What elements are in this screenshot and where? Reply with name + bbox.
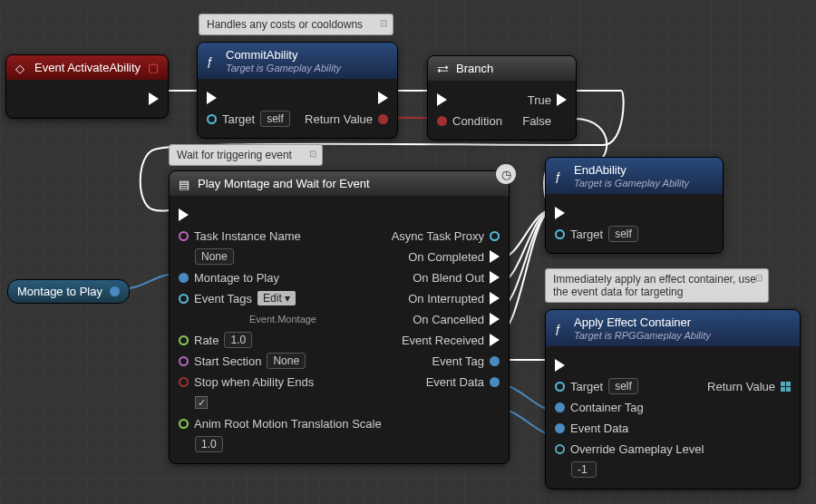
task-name-input[interactable]: None — [195, 248, 234, 265]
end-ability-node[interactable]: ƒ EndAbilityTarget is Gameplay Ability T… — [545, 157, 724, 254]
event-activate-ability-node[interactable]: ◇ Event ActivateAbility ▢ — [5, 54, 169, 119]
event-tags-dropdown[interactable]: Edit ▾ — [257, 291, 296, 305]
async-icon: ▤ — [179, 178, 191, 190]
on-completed-pin[interactable] — [490, 250, 500, 263]
anim-scale-input[interactable]: 1.0 — [195, 436, 223, 452]
node-header: ⮂Branch — [428, 56, 576, 81]
return-value-pin[interactable] — [781, 382, 791, 392]
event-data-pin[interactable] — [555, 423, 565, 433]
event-icon: ◇ — [15, 62, 28, 74]
play-montage-node[interactable]: ◷ ▤Play Montage and Wait for Event Task … — [169, 170, 510, 464]
on-blend-out-pin[interactable] — [490, 271, 500, 284]
clock-icon: ◷ — [496, 164, 516, 184]
comment-wait: Wait for triggering event⊡ — [169, 144, 323, 166]
apply-effect-container-node[interactable]: ƒ Apply Effect ContainerTarget is RPGGam… — [545, 309, 801, 489]
condition-pin[interactable] — [437, 116, 447, 126]
container-tag-pin[interactable] — [555, 402, 565, 412]
on-interrupted-pin[interactable] — [490, 292, 500, 305]
exec-out-pin[interactable] — [490, 208, 500, 221]
exec-in-pin[interactable] — [207, 92, 217, 104]
rate-input[interactable]: 1.0 — [224, 332, 252, 348]
exec-in-pin[interactable] — [555, 359, 565, 372]
node-header: ƒ EndAbilityTarget is Gameplay Ability — [546, 158, 723, 194]
montage-to-play-variable[interactable]: Montage to Play — [7, 279, 130, 304]
node-header: ▤Play Montage and Wait for Event — [170, 171, 509, 196]
node-header: ƒ CommitAbilityTarget is Gameplay Abilit… — [198, 43, 397, 79]
exec-in-pin[interactable] — [437, 93, 447, 106]
event-tags-pin[interactable] — [179, 294, 189, 304]
function-icon: ƒ — [555, 322, 568, 334]
branch-icon: ⮂ — [437, 63, 450, 75]
override-level-input[interactable]: -1 — [571, 461, 597, 478]
override-level-pin[interactable] — [555, 444, 565, 454]
rate-pin[interactable] — [179, 335, 189, 345]
event-data-pin[interactable] — [490, 377, 500, 387]
montage-to-play-pin[interactable] — [179, 273, 189, 283]
node-header: ◇ Event ActivateAbility ▢ — [6, 55, 168, 80]
function-icon: ƒ — [207, 54, 219, 67]
task-name-pin[interactable] — [179, 231, 189, 241]
event-tag-pin[interactable] — [490, 356, 500, 366]
exec-in-pin[interactable] — [179, 208, 189, 221]
target-pin[interactable] — [555, 229, 565, 239]
commit-ability-node[interactable]: ƒ CommitAbilityTarget is Gameplay Abilit… — [197, 42, 398, 139]
anim-scale-pin[interactable] — [179, 419, 189, 429]
true-exec-pin[interactable] — [557, 93, 567, 106]
event-received-pin[interactable] — [490, 334, 500, 346]
comment-apply: Immediately apply an effect container, u… — [545, 268, 769, 303]
exec-out-pin[interactable] — [149, 92, 159, 105]
branch-node[interactable]: ⮂Branch True ConditionFalse — [427, 55, 577, 141]
node-header: ƒ Apply Effect ContainerTarget is RPGGam… — [546, 310, 800, 346]
start-section-input[interactable]: None — [267, 353, 306, 369]
on-cancelled-pin[interactable] — [490, 313, 500, 325]
stop-pin[interactable] — [179, 377, 189, 387]
start-section-pin[interactable] — [179, 356, 189, 366]
lock-icon: ▢ — [148, 61, 159, 74]
return-value-pin[interactable] — [378, 114, 388, 124]
exec-out-pin[interactable] — [781, 359, 791, 372]
comment-costs: Handles any costs or cooldowns⊡ — [199, 14, 393, 35]
target-pin[interactable] — [555, 382, 565, 392]
exec-out-pin[interactable] — [704, 207, 714, 219]
proxy-pin[interactable] — [490, 231, 500, 241]
target-pin[interactable] — [207, 114, 217, 124]
var-out-pin[interactable] — [110, 286, 120, 296]
stop-checkbox[interactable]: ✓ — [195, 396, 208, 409]
exec-out-pin[interactable] — [378, 92, 388, 104]
exec-in-pin[interactable] — [555, 207, 565, 219]
false-exec-pin[interactable] — [557, 114, 567, 127]
function-icon: ƒ — [555, 170, 568, 182]
